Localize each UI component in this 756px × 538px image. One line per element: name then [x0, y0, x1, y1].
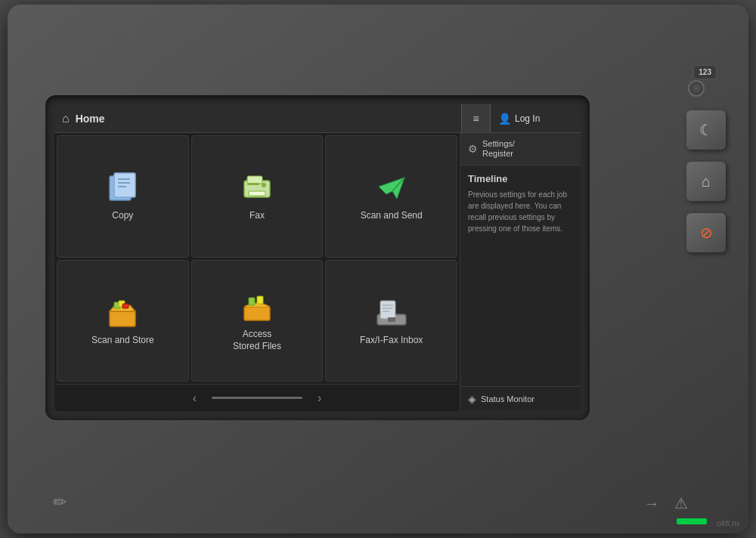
settings-icon: ⚙	[468, 143, 478, 155]
stop-button[interactable]: ⊘	[686, 213, 726, 252]
svg-rect-13	[110, 311, 135, 326]
home-button-icon: ⌂	[702, 173, 711, 190]
physical-buttons: ☾ ⌂ ⊘	[686, 110, 726, 252]
main-grid-area: Copy Fax	[54, 133, 460, 411]
sleep-icon: ☾	[699, 121, 713, 139]
fax-inbox-button[interactable]: Fax/I-Fax Inbox	[325, 260, 457, 382]
scan-and-store-button[interactable]: Scan and Store	[57, 260, 189, 382]
prev-page-button[interactable]: ‹	[193, 391, 197, 405]
next-page-button[interactable]: ›	[318, 391, 321, 405]
timeline-description: Previous settings for each job are displ…	[468, 189, 573, 234]
svg-rect-7	[249, 191, 265, 196]
home-section: ⌂ Home	[54, 104, 461, 132]
scan-send-label: Scan and Send	[361, 210, 423, 222]
status-monitor-icon: ◈	[468, 393, 476, 405]
sleep-button[interactable]: ☾	[686, 110, 726, 150]
page-indicator	[212, 397, 302, 399]
round-knob[interactable]	[688, 80, 705, 97]
green-indicator-strip	[677, 518, 707, 524]
scan-store-icon	[104, 295, 141, 329]
watermark: oldi.ru	[717, 518, 739, 527]
warning-icon: ⚠	[674, 494, 688, 512]
svg-rect-9	[247, 183, 259, 185]
timeline-section: Timeline Previous settings for each job …	[460, 165, 581, 386]
scan-send-icon	[373, 170, 411, 204]
svg-rect-19	[249, 298, 255, 305]
svg-rect-20	[257, 296, 263, 304]
fax-inbox-label: Fax/I-Fax Inbox	[360, 335, 423, 347]
svg-point-8	[262, 183, 266, 187]
copy-icon	[104, 170, 141, 204]
access-files-label: Access Stored Files	[233, 329, 281, 352]
copy-button[interactable]: Copy	[57, 135, 189, 258]
menu-button[interactable]: ≡	[461, 104, 490, 132]
bottom-right-icons: → ⚠	[644, 494, 688, 512]
access-files-icon	[238, 289, 276, 323]
timeline-title: Timeline	[468, 173, 573, 184]
screen: ⌂ Home ≡ 👤 Log In	[54, 104, 581, 411]
svg-rect-22	[380, 301, 395, 319]
right-sidebar: ⚙ Settings/Register Timeline Previous se…	[460, 133, 581, 411]
arrow-right-icon[interactable]: →	[644, 495, 659, 512]
home-title: Home	[76, 113, 105, 125]
svg-rect-6	[247, 176, 262, 184]
fax-inbox-icon	[373, 295, 411, 329]
access-stored-files-button[interactable]: Access Stored Files	[191, 260, 324, 382]
top-bar: ⌂ Home ≡ 👤 Log In	[54, 104, 581, 133]
status-monitor-label: Status Monitor	[481, 394, 534, 404]
printer-body: 123 ⌂ Home ≡ 👤 Log In	[8, 5, 748, 533]
svg-rect-18	[244, 307, 270, 320]
stop-icon: ⊘	[700, 224, 713, 242]
scan-store-label: Scan and Store	[91, 335, 154, 347]
fax-label: Fax	[249, 210, 265, 222]
status-monitor-button[interactable]: ◈ Status Monitor	[460, 386, 581, 411]
settings-register-button[interactable]: ⚙ Settings/Register	[460, 133, 581, 165]
login-button[interactable]: 👤 Log In	[490, 104, 581, 132]
svg-marker-10	[379, 178, 404, 199]
content-area: Copy Fax	[54, 133, 581, 411]
copy-label: Copy	[112, 210, 133, 222]
scan-and-send-button[interactable]: Scan and Send	[325, 135, 457, 258]
svg-marker-26	[388, 317, 395, 322]
svg-rect-17	[122, 304, 129, 308]
grid-container: Copy Fax	[54, 133, 460, 384]
screen-bezel: ⌂ Home ≡ 👤 Log In	[45, 95, 590, 420]
fax-icon	[238, 170, 276, 204]
settings-label: Settings/Register	[482, 139, 515, 159]
keypad-indicator: 123	[693, 65, 717, 79]
navigation-bar: ‹ ›	[54, 384, 460, 411]
fax-button[interactable]: Fax	[191, 135, 324, 258]
home-button[interactable]: ⌂	[686, 162, 726, 201]
home-icon: ⌂	[62, 112, 70, 125]
login-icon: 👤	[498, 113, 511, 125]
edit-icon[interactable]: ✏	[53, 493, 67, 512]
svg-rect-1	[114, 173, 135, 197]
login-label: Log In	[515, 113, 540, 124]
